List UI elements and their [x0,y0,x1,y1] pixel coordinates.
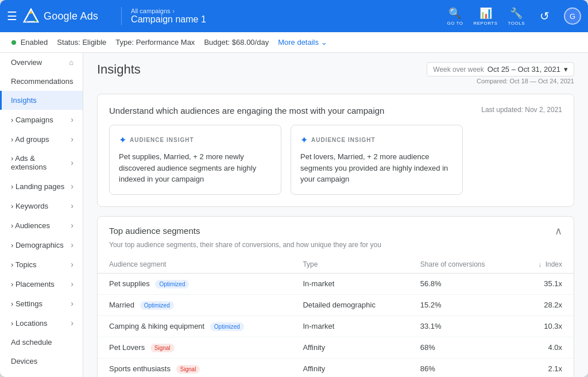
segments-header: Top audience segments ∧ [98,217,574,241]
badge-optimized: Optimized [155,280,189,288]
tools-button[interactable]: 🔧 TOOLS [508,7,525,26]
insight-card-1-text: Pet supplies, Married, + 2 more newly di… [119,151,272,185]
home-icon: ⌂ [69,58,74,67]
chevron-down-icon: ▾ [564,65,568,74]
nav-divider [121,7,122,25]
logo-area: Google Ads [23,8,98,24]
sidebar-item-placements[interactable]: › Placements [0,274,83,294]
breadcrumb-arrow-icon: › [173,8,175,14]
insight-card-2-text: Pet lovers, Married, + 2 more audience s… [300,151,453,185]
audience-insight-icon-2: ✦ [300,134,308,145]
badge-signal: Signal [150,344,175,352]
audience-insight-icon-1: ✦ [119,134,126,145]
search-icon: 🔍 [448,7,461,20]
segments-subtitle: Your top audience segments, their share … [98,241,574,256]
sidebar-item-topics[interactable]: › Topics [0,255,83,274]
badge-optimized: Optimized [140,301,174,310]
sidebar-item-recommendations[interactable]: Recommendations [0,72,83,91]
col-header-index: ↓ Index [516,256,574,274]
segment-type: Affinity [291,358,408,377]
col-header-type: Type [291,256,408,274]
badge-signal: Signal [176,365,200,374]
tools-icon: 🔧 [510,7,523,20]
segment-index: 4.0x [516,337,574,358]
segment-name: Sports enthusiasts Signal [98,358,291,377]
breadcrumb: All campaigns › Campaign name 1 [131,7,206,25]
audience-header: Understand which audiences are engaging … [109,106,562,116]
sidebar-item-insights[interactable]: Insights [0,91,83,110]
table-row: Camping & hiking equipment Optimized In-… [98,316,574,337]
more-details-button[interactable]: More details ⌄ [278,38,327,47]
insight-card-2[interactable]: ✦ AUDIENCE INSIGHT Pet lovers, Married, … [291,125,463,195]
segment-index: 35.1x [516,273,574,294]
sidebar-item-settings[interactable]: › Settings [0,294,83,313]
top-navigation: ☰ Google Ads All campaigns › Campaign na… [0,0,588,32]
campaign-name: Campaign name 1 [131,14,206,25]
segment-type: Detailed demographic [291,294,408,316]
status-type: Type: Performance Max [115,38,195,47]
content-area: Insights Week over week Oct 25 – Oct 31,… [83,53,588,377]
segment-type: In-market [291,316,408,337]
page-header: Insights Week over week Oct 25 – Oct 31,… [97,62,574,84]
segment-name: Camping & hiking equipment Optimized [98,316,291,337]
status-dot-icon [11,40,16,45]
segments-section: Top audience segments ∧ Your top audienc… [97,216,574,378]
reports-icon: 📊 [479,7,492,20]
svg-point-2 [34,20,37,22]
collapse-icon[interactable]: ∧ [555,225,562,237]
refresh-button[interactable]: ↺ [535,7,554,25]
sidebar-item-keywords[interactable]: › Keywords [0,196,83,216]
date-range-area: Week over week Oct 25 – Oct 31, 2021 ▾ C… [427,62,574,84]
insight-cards-container: ✦ AUDIENCE INSIGHT Pet supplies, Married… [109,125,562,195]
sidebar-item-ads-extensions[interactable]: › Ads & extensions [0,149,83,176]
google-ads-logo-icon [23,8,39,24]
status-eligible: Status: Eligible [57,38,106,47]
sidebar-item-devices[interactable]: Devices [0,352,83,371]
segment-share: 15.2% [409,294,517,316]
hamburger-icon[interactable]: ☰ [7,9,17,23]
enabled-status: Enabled [11,38,48,47]
nav-right-icons: 🔍 GO TO 📊 REPORTS 🔧 TOOLS ↺ G [447,7,581,26]
segment-name: Married Optimized [98,294,291,316]
sidebar-item-overview[interactable]: Overview ⌂ [0,53,83,72]
app-title: Google Ads [44,10,98,22]
status-budget: Budget: $68.00/day [204,38,269,47]
table-row: Married Optimized Detailed demographic 1… [98,294,574,316]
col-header-share: Share of conversions [409,256,517,274]
segment-share: 68% [409,337,517,358]
segment-name: Pet Lovers Signal [98,337,291,358]
segment-type: In-market [291,273,408,294]
sidebar-item-demographics[interactable]: › Demographics [0,235,83,255]
audience-section-title: Understand which audiences are engaging … [109,106,384,116]
segment-index: 10.3x [516,316,574,337]
col-header-segment: Audience segment [98,256,291,274]
avatar[interactable]: G [564,7,581,25]
sidebar-item-locations[interactable]: › Locations [0,313,83,333]
insight-card-1[interactable]: ✦ AUDIENCE INSIGHT Pet supplies, Married… [109,125,281,195]
audience-insights-section: Understand which audiences are engaging … [97,94,574,207]
date-range-selector[interactable]: Week over week Oct 25 – Oct 31, 2021 ▾ [427,62,574,76]
sidebar-item-audiences[interactable]: › Audiences [0,216,83,235]
segment-share: 56.8% [409,273,517,294]
sidebar-item-landing-pages[interactable]: › Landing pages [0,176,83,196]
date-compared: Compared: Oct 18 — Oct 24, 2021 [477,78,574,84]
sidebar-item-ad-groups[interactable]: › Ad groups [0,129,83,149]
breadcrumb-parent: All campaigns › [131,7,206,14]
table-row: Pet supplies Optimized In-market 56.8% 3… [98,273,574,294]
sidebar-item-advanced-bid[interactable]: › Advanced bid adj. [0,371,83,377]
segments-title: Top audience segments [109,226,200,236]
main-layout: Overview ⌂ Recommendations Insights › Ca… [0,53,588,377]
sidebar-item-ad-schedule[interactable]: Ad schedule [0,333,83,352]
segment-type: Affinity [291,337,408,358]
reports-button[interactable]: 📊 REPORTS [473,7,497,26]
svg-point-1 [30,11,32,14]
status-bar: Enabled Status: Eligible Type: Performan… [0,32,588,53]
table-row: Sports enthusiasts Signal Affinity 86% 2… [98,358,574,377]
sidebar-item-campaigns[interactable]: › Campaigns [0,110,83,129]
goto-button[interactable]: 🔍 GO TO [447,7,463,26]
last-updated-label: Last updated: Nov 2, 2021 [481,106,562,114]
sort-down-icon: ↓ [539,261,542,268]
page-title: Insights [97,62,141,77]
segment-share: 86% [409,358,517,377]
insight-card-2-header: ✦ AUDIENCE INSIGHT [300,134,453,145]
